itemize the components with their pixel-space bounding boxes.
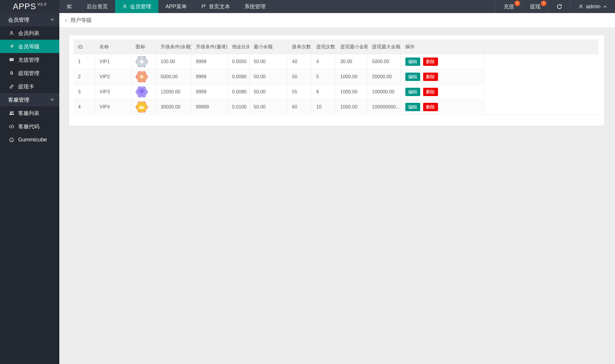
user-icon <box>9 31 15 36</box>
sidebar-group-7[interactable]: 客服管理 <box>0 93 59 106</box>
sidebar-item-label: 提现卡 <box>18 83 34 90</box>
cell-name: VIP2 <box>95 69 131 84</box>
sidebar-toggle-button[interactable] <box>59 0 79 13</box>
nav-menu: 后台首页会员管理APP菜单首页文本系统管理 <box>79 0 273 13</box>
column-header-3: 图标 <box>131 40 156 54</box>
sidebar: 会员管理会员列表会员等级充值管理提现管理提现卡客服管理客服列表客服代码Gummi… <box>0 13 59 364</box>
actions-cell: 编辑删除 <box>401 54 484 69</box>
user-icon <box>578 4 584 9</box>
sidebar-group-1[interactable]: 会员管理 <box>0 13 59 26</box>
icon-cell <box>131 100 156 115</box>
sidebar-item-2[interactable]: 会员列表 <box>0 26 59 40</box>
sidebar-item-label: 客服列表 <box>18 110 39 117</box>
cell-withdraw_min: 30.00 <box>336 54 367 69</box>
refresh-button[interactable] <box>548 0 570 13</box>
page-title: 用户等级 <box>70 17 92 24</box>
vip-medal-bronze-icon <box>135 70 149 84</box>
column-header-6: 佣金比例 <box>227 40 249 54</box>
recharge-badge: 0 <box>514 1 520 6</box>
nav-item-label: APP菜单 <box>165 3 187 10</box>
cell-withdraw_min: 1000.00 <box>336 69 367 84</box>
cell-upgrade_balance: 100.00 <box>156 54 191 69</box>
delete-button[interactable]: 删除 <box>423 58 438 66</box>
sidebar-item-9[interactable]: 客服代码 <box>0 120 59 133</box>
chevron-up-icon <box>603 4 607 9</box>
actions-cell: 编辑删除 <box>401 100 484 115</box>
recharge-label: 充值 <box>504 3 514 10</box>
flag-icon <box>201 4 206 9</box>
withdraw-button[interactable]: 提现 0 <box>522 0 548 13</box>
sidebar-group-label: 客服管理 <box>8 96 29 103</box>
sidebar-item-label: 提现管理 <box>18 70 39 77</box>
edit-button[interactable]: 编辑 <box>405 73 420 81</box>
cell-min_balance: 50.00 <box>249 54 287 69</box>
cell-min_balance: 50.00 <box>249 69 287 84</box>
table-header-row: ID名称图标升级条件(余额)升级条件(邀请)佣金比例最小余额接单次数提现次数提现… <box>74 40 598 54</box>
nav-item-2[interactable]: 会员管理 <box>115 0 158 13</box>
nav-item-label: 系统管理 <box>244 3 266 10</box>
cell-upgrade_invite: 9999 <box>191 69 227 84</box>
nav-item-4[interactable]: 首页文本 <box>194 0 237 13</box>
actions-cell: 编辑删除 <box>401 84 484 100</box>
column-header-7: 最小余额 <box>249 40 287 54</box>
delete-button[interactable]: 删除 <box>423 88 438 96</box>
column-header-filler <box>484 40 598 54</box>
cell-withdraw_max: 100000.00 <box>367 84 401 100</box>
user-menu[interactable]: admin <box>570 0 615 13</box>
code-icon <box>9 124 15 129</box>
sidebar-item-4[interactable]: 充值管理 <box>0 53 59 66</box>
sidebar-item-5[interactable]: 提现管理 <box>0 66 59 80</box>
cell-upgrade_balance: 12000.00 <box>156 84 191 100</box>
sidebar-item-6[interactable]: 提现卡 <box>0 80 59 93</box>
nav-item-3[interactable]: APP菜单 <box>158 0 194 13</box>
cell-commission: 0.0060 <box>227 69 249 84</box>
cell-withdraw_max: 100000000... <box>367 100 401 115</box>
column-header-12: 操作 <box>401 40 484 54</box>
cell-id: 2 <box>74 69 95 84</box>
cell-withdraw_count: 6 <box>312 84 336 100</box>
vip-medal-purple-icon <box>135 85 149 99</box>
sidebar-group-label: 会员管理 <box>8 16 29 23</box>
cell-order_count: 40 <box>287 54 312 69</box>
cell-id: 3 <box>74 84 95 100</box>
sidebar-item-label: 会员列表 <box>18 30 39 37</box>
column-header-11: 提现最大金额 <box>367 40 401 54</box>
column-header-8: 接单次数 <box>287 40 312 54</box>
cell-upgrade_invite: 9999 <box>191 84 227 100</box>
nav-item-5[interactable]: 系统管理 <box>237 0 273 13</box>
cell-upgrade_invite: 99999 <box>191 100 227 115</box>
sidebar-item-8[interactable]: 客服列表 <box>0 106 59 120</box>
actions-cell: 编辑删除 <box>401 69 484 84</box>
cell-upgrade_balance: 30000.00 <box>156 100 191 115</box>
sidebar-item-label: Gummicube <box>18 137 47 143</box>
table-body: 1VIP1100.0099990.005050.0040430.005000.0… <box>74 54 598 115</box>
column-header-10: 提现最小金额 <box>336 40 367 54</box>
levels-card: ID名称图标升级条件(余额)升级条件(邀请)佣金比例最小余额接单次数提现次数提现… <box>69 35 604 126</box>
edit-button[interactable]: 编辑 <box>405 88 420 96</box>
app-version: V3.0 <box>37 2 47 7</box>
sidebar-item-10[interactable]: Gummicube <box>0 133 59 146</box>
withdraw-badge: 0 <box>541 1 547 6</box>
sidebar-item-label: 充值管理 <box>18 56 39 63</box>
cell-withdraw_max: 5000.00 <box>367 54 401 69</box>
cell-withdraw_count: 5 <box>312 69 336 84</box>
edit-button[interactable]: 编辑 <box>405 103 420 111</box>
chevron-down-icon <box>50 97 55 103</box>
nav-item-1[interactable]: 后台首页 <box>79 0 115 13</box>
top-navbar: APPS V3.0 后台首页会员管理APP菜单首页文本系统管理 充值 0 提现 … <box>0 0 615 13</box>
chat-icon <box>9 57 15 63</box>
cell-min_balance: 50.00 <box>249 84 287 100</box>
main-content: » 用户等级 ID名称图标升级条件(余额)升级条件(邀请)佣金比例最小余额接单次… <box>59 13 615 364</box>
column-header-1: ID <box>74 40 95 54</box>
delete-button[interactable]: 删除 <box>423 103 438 111</box>
nav-left: 后台首页会员管理APP菜单首页文本系统管理 <box>59 0 273 13</box>
nav-item-label: 首页文本 <box>209 3 230 10</box>
recharge-button[interactable]: 充值 0 <box>495 0 522 13</box>
nav-right: 充值 0 提现 0 admin <box>495 0 615 13</box>
delete-button[interactable]: 删除 <box>423 73 438 81</box>
cell-id: 1 <box>74 54 95 69</box>
cell-min_balance: 50.00 <box>249 100 287 115</box>
sidebar-item-3[interactable]: 会员等级 <box>0 40 59 53</box>
edit-button[interactable]: 编辑 <box>405 58 420 66</box>
cell-order_count: 50 <box>287 69 312 84</box>
